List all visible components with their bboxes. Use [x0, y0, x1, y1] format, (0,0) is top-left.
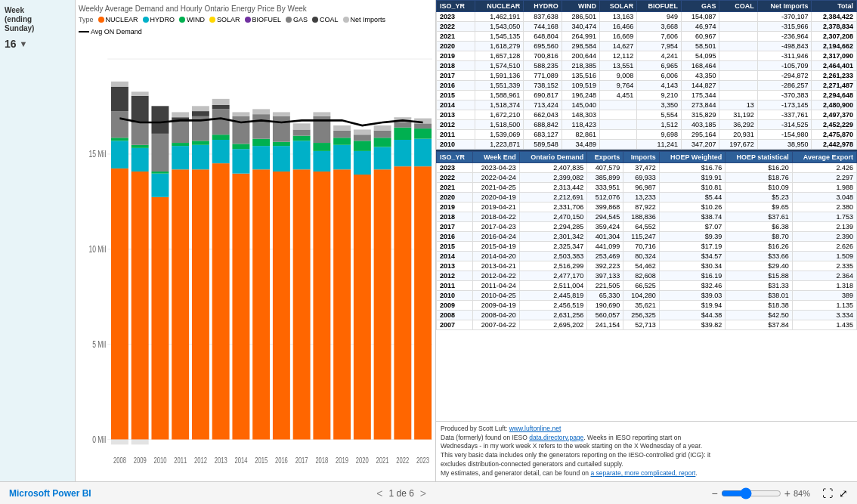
table-cell: 38,950	[757, 140, 812, 150]
prev-page-button[interactable]: <	[376, 487, 382, 499]
th2-iso-yr: ISO_YR	[437, 152, 473, 163]
legend-type-label: Type	[79, 16, 94, 23]
slicer-dropdown-icon[interactable]: ▼	[20, 39, 28, 48]
footer-line4: excludes distribution-connected generato…	[441, 460, 623, 468]
zoom-out-button[interactable]: −	[712, 487, 718, 499]
table-cell: 2007	[437, 320, 473, 330]
power-bi-link[interactable]: Microsoft Power BI	[9, 488, 91, 499]
table-cell: 713,424	[524, 100, 562, 110]
fullscreen-icon[interactable]: ⤢	[839, 487, 848, 499]
next-page-button[interactable]: >	[420, 487, 426, 499]
svg-rect-111	[131, 440, 149, 445]
bar-chart: 15 Mil 10 Mil 5 Mil 0 Mil	[79, 39, 432, 478]
svg-rect-16	[131, 172, 149, 440]
zoom-label: 84%	[794, 489, 810, 498]
table-row: 20101,223,871589,54834,48911,241347,2071…	[437, 140, 857, 150]
table-cell: 2,503,383	[519, 252, 586, 261]
table-cell: $8.70	[726, 232, 793, 242]
table-cell: 241,154	[587, 320, 623, 330]
table-cell: 82,608	[623, 271, 660, 281]
table-cell	[600, 100, 637, 110]
chart-middle: Weekly Average Demand and Hourly Ontario…	[76, 0, 435, 481]
table-cell: 2023	[437, 12, 475, 22]
svg-rect-101	[394, 122, 411, 128]
table-cell: 2,261,233	[812, 71, 857, 81]
table-row: 20222022-04-242,399,082385,89969,933$19.…	[437, 173, 857, 183]
table-cell: 286,501	[562, 12, 599, 22]
table-cell: 69,933	[623, 173, 660, 183]
table-cell: 1,223,871	[475, 140, 523, 150]
table-cell: 2010	[437, 140, 475, 150]
zoom-slider[interactable]	[721, 487, 781, 499]
table-cell: 2023-04-23	[472, 163, 519, 173]
svg-text:2018: 2018	[315, 456, 328, 465]
table-cell: 218,385	[562, 61, 599, 71]
table-cell: 333,951	[587, 183, 623, 193]
table-cell: $17.19	[659, 242, 725, 252]
legend-biofuel-label: BIOFUEL	[252, 16, 282, 23]
table-cell: 700,816	[524, 51, 562, 61]
svg-rect-19	[131, 122, 149, 145]
table-cell: 298,584	[562, 42, 599, 51]
footer-line1: Data (formerly) found on IESO	[441, 434, 529, 441]
table-row: 20082008-04-202,631,256560,057256,325$44…	[437, 311, 857, 320]
legend-nuclear: NUCLEAR	[98, 16, 138, 23]
table-cell: -173,145	[757, 100, 812, 110]
table-cell: 2,452,229	[812, 120, 857, 130]
table-cell: 2,212,691	[519, 193, 586, 203]
table-cell: -315,966	[757, 22, 812, 32]
table-cell: 771,089	[524, 71, 562, 81]
table-cell: 96,987	[623, 183, 660, 193]
table-cell: 1,574,510	[475, 61, 523, 71]
table-cell: 256,325	[623, 311, 660, 320]
table-cell: $10.09	[726, 183, 793, 193]
table-cell: $16.26	[726, 242, 793, 252]
table-cell: 2,331,706	[519, 203, 586, 212]
table-cell: $34.57	[659, 252, 725, 261]
chart-legend: Type NUCLEAR HYDRO WIND SOLAR	[79, 16, 432, 36]
table-cell: 1.435	[792, 320, 856, 330]
expand-icon[interactable]: ⛶	[822, 487, 833, 499]
bottom-table-container[interactable]: ISO_YR Week End Ontario Demand Exports I…	[436, 151, 857, 421]
table-cell: 2017	[437, 222, 473, 232]
chart-svg: 15 Mil 10 Mil 5 Mil 0 Mil	[79, 39, 432, 478]
legend-wind: WIND	[179, 16, 205, 23]
svg-text:2010: 2010	[153, 456, 166, 465]
legend-netimports: Net Imports	[343, 16, 386, 23]
svg-rect-66	[273, 112, 290, 116]
svg-text:2023: 2023	[416, 456, 429, 465]
table-cell: -286,257	[757, 81, 812, 91]
table-cell: 2022	[437, 173, 473, 183]
table-cell: 70,716	[623, 242, 660, 252]
table-cell: 2021-04-25	[472, 183, 519, 193]
table-cell: 11,241	[637, 140, 682, 150]
footer-report-link[interactable]: a separate, more complicated, report	[590, 469, 695, 477]
table-cell: 2,477,170	[519, 271, 586, 281]
table-cell: 2016	[437, 81, 475, 91]
table-cell: $5.23	[726, 193, 793, 203]
zoom-in-button[interactable]: +	[784, 487, 790, 499]
table-cell: 115,247	[623, 232, 660, 242]
hydro-dot	[143, 17, 149, 23]
table-cell: 589,548	[524, 140, 562, 150]
table-cell: 16,466	[600, 22, 637, 32]
table-cell: $16.19	[659, 271, 725, 281]
footer-data-link[interactable]: data.directory.page	[529, 434, 583, 441]
table-cell: 2009-04-19	[472, 301, 519, 311]
table-cell: 2014-04-20	[472, 252, 519, 261]
table-cell: 13,163	[600, 12, 637, 22]
table-row: 20142014-04-202,503,383253,46980,324$34.…	[437, 252, 857, 261]
table-cell: 2,464,401	[812, 61, 857, 71]
table-cell: 1,551,339	[475, 81, 523, 91]
svg-rect-34	[172, 112, 189, 117]
table-cell: 1,657,128	[475, 51, 523, 61]
legend-netimports-label: Net Imports	[351, 16, 386, 23]
top-table: ISO_YR NUCLEAR HYDRO WIND SOLAR BIOFUEL …	[436, 0, 857, 150]
table-cell: 2,317,090	[812, 51, 857, 61]
table-row: 20211,545,135648,804264,99116,6697,60660…	[437, 32, 857, 42]
page-navigation: < 1 de 6 >	[376, 487, 426, 499]
footer-website-link[interactable]: www.luftonline.net	[509, 425, 562, 432]
slicer-control[interactable]: 16 ▼	[5, 38, 70, 50]
svg-rect-99	[394, 140, 411, 166]
table-row: 20122012-04-222,477,170397,13382,608$16.…	[437, 271, 857, 281]
